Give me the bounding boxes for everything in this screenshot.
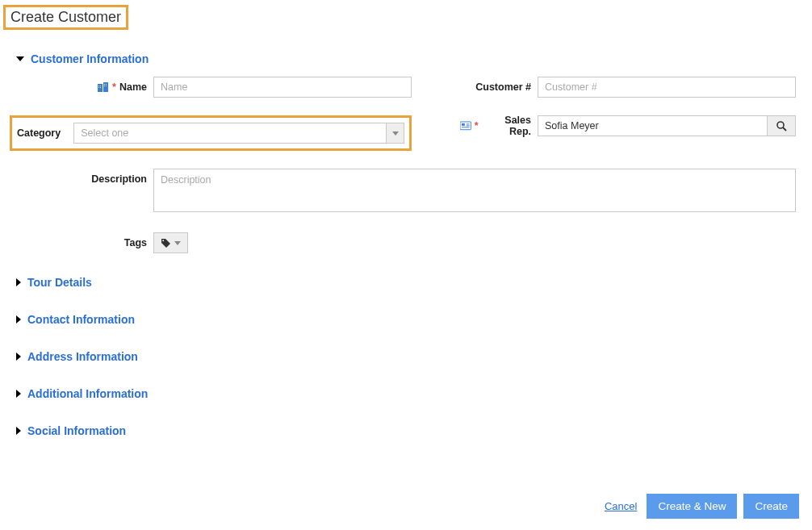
svg-point-17 (162, 240, 164, 241)
sales-rep-input[interactable] (538, 115, 767, 136)
name-input[interactable] (153, 77, 412, 98)
customer-no-input[interactable] (538, 77, 796, 98)
description-textarea[interactable] (153, 169, 796, 212)
page-title: Create Customer (3, 5, 128, 30)
org-icon (98, 82, 109, 92)
search-icon (776, 120, 787, 131)
chevron-down-icon (392, 131, 399, 136)
svg-rect-1 (103, 82, 108, 92)
category-row-highlight: Category Select one (10, 115, 412, 151)
label-sales-rep: * Sales Rep. (412, 115, 538, 136)
section-social-information: Social Information (16, 424, 796, 437)
svg-rect-8 (104, 86, 105, 86)
svg-rect-9 (106, 86, 107, 86)
svg-line-16 (783, 127, 786, 131)
label-tags: Tags (16, 232, 153, 253)
chevron-down-icon (16, 56, 24, 61)
chevron-right-icon (16, 353, 21, 361)
section-title: Tour Details (27, 276, 92, 289)
footer-actions: Cancel Create & New Create (605, 494, 799, 519)
create-button[interactable]: Create (743, 494, 799, 519)
svg-rect-6 (104, 84, 105, 85)
chevron-right-icon (16, 390, 21, 398)
svg-rect-3 (100, 86, 101, 86)
section-header-customer-info[interactable]: Customer Information (16, 52, 796, 65)
svg-point-15 (777, 122, 784, 128)
svg-rect-4 (98, 87, 99, 88)
section-tour-details: Tour Details (16, 276, 796, 289)
section-header-social-info[interactable]: Social Information (16, 424, 796, 437)
dropdown-button[interactable] (386, 123, 404, 143)
label-category: Category (17, 127, 67, 139)
section-title: Contact Information (27, 313, 135, 326)
section-header-tour-details[interactable]: Tour Details (16, 276, 796, 289)
section-additional-information: Additional Information (16, 387, 796, 400)
section-contact-information: Contact Information (16, 313, 796, 326)
cancel-link[interactable]: Cancel (605, 500, 637, 512)
category-select[interactable]: Select one (73, 123, 404, 144)
section-address-information: Address Information (16, 350, 796, 363)
section-title: Customer Information (31, 52, 149, 65)
label-description: Description (16, 169, 153, 190)
required-marker: * (112, 81, 116, 93)
tags-button[interactable] (153, 232, 188, 253)
section-title: Address Information (27, 350, 138, 363)
svg-rect-11 (462, 123, 465, 126)
chevron-right-icon (16, 278, 21, 286)
chevron-right-icon (16, 427, 21, 435)
category-placeholder: Select one (74, 127, 386, 139)
chevron-right-icon (16, 315, 21, 323)
sales-rep-lookup-button[interactable] (767, 115, 796, 136)
required-marker: * (475, 120, 479, 131)
label-name: * Name (16, 77, 153, 98)
section-title: Social Information (27, 424, 126, 437)
svg-rect-5 (100, 87, 101, 88)
customer-info-form: * Name Customer # Category Select o (16, 77, 796, 253)
section-header-address-info[interactable]: Address Information (16, 350, 796, 363)
id-card-icon (460, 121, 471, 131)
section-title: Additional Information (27, 387, 148, 400)
create-and-new-button[interactable]: Create & New (647, 494, 737, 519)
chevron-down-icon (174, 241, 181, 245)
section-customer-information: Customer Information * Name Customer # (16, 52, 796, 253)
tag-icon (161, 238, 171, 248)
label-customer-no: Customer # (412, 77, 538, 98)
svg-rect-2 (98, 86, 99, 86)
svg-rect-7 (106, 84, 107, 85)
section-header-contact-info[interactable]: Contact Information (16, 313, 796, 326)
section-header-additional-info[interactable]: Additional Information (16, 387, 796, 400)
